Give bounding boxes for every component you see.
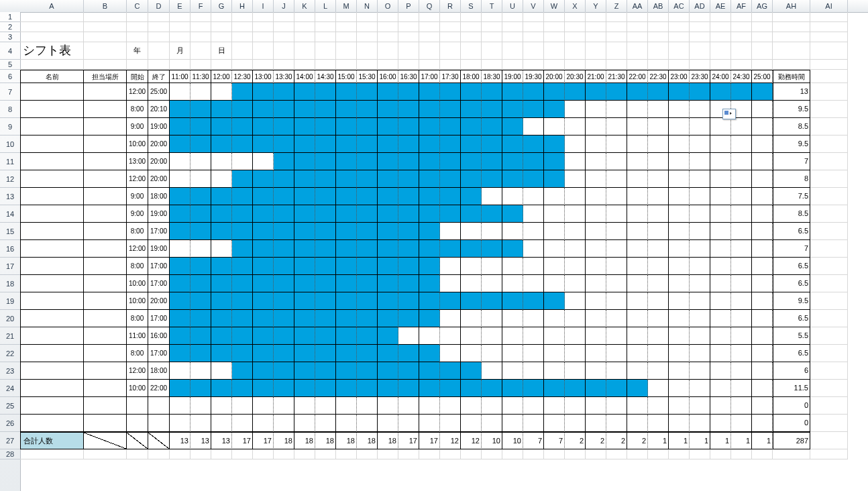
cell-AF14[interactable] xyxy=(731,205,752,223)
cell-V18[interactable] xyxy=(523,275,544,292)
cell-T22[interactable] xyxy=(482,345,502,362)
cell-D18[interactable]: 17:00 xyxy=(148,275,170,292)
cell-Q16[interactable] xyxy=(419,240,440,258)
cell-A20[interactable] xyxy=(20,310,84,327)
cell-O22[interactable] xyxy=(378,345,398,362)
cell-AE21[interactable] xyxy=(710,327,731,345)
cell-X8[interactable] xyxy=(565,101,586,118)
cell-AG28[interactable] xyxy=(752,449,773,459)
cell-H9[interactable] xyxy=(232,118,253,135)
cell-H1[interactable] xyxy=(232,12,253,22)
col-header-U[interactable]: U xyxy=(502,0,523,12)
cell-F21[interactable] xyxy=(191,327,211,345)
cell-B1[interactable] xyxy=(84,12,127,22)
cell-S26[interactable] xyxy=(461,415,482,432)
cell-F8[interactable] xyxy=(191,101,211,118)
cell-L24[interactable] xyxy=(315,380,336,397)
cell-AA4[interactable] xyxy=(627,42,648,60)
cell-AI17[interactable] xyxy=(810,258,848,275)
col-header-AF[interactable]: AF xyxy=(731,0,752,12)
cell-Y8[interactable] xyxy=(586,101,606,118)
cell-AF10[interactable] xyxy=(731,135,752,153)
cell-B13[interactable] xyxy=(84,188,127,205)
cell-AE20[interactable] xyxy=(710,310,731,327)
cell-D15[interactable]: 17:00 xyxy=(148,223,170,240)
cell-AH16[interactable]: 7 xyxy=(773,240,810,258)
cell-Q22[interactable] xyxy=(419,345,440,362)
cell-Z25[interactable] xyxy=(606,397,627,415)
cell-B23[interactable] xyxy=(84,362,127,380)
cell-J12[interactable] xyxy=(274,170,294,188)
cell-K24[interactable] xyxy=(294,380,315,397)
cell-Z1[interactable] xyxy=(606,12,627,22)
cell-Y20[interactable] xyxy=(586,310,606,327)
cell-V13[interactable] xyxy=(523,188,544,205)
cell-G28[interactable] xyxy=(211,449,232,459)
cell-U18[interactable] xyxy=(502,275,523,292)
cell-J21[interactable] xyxy=(274,327,294,345)
col-header-R[interactable]: R xyxy=(440,0,461,12)
cell-AE19[interactable] xyxy=(710,292,731,310)
cell-F9[interactable] xyxy=(191,118,211,135)
cell-K1[interactable] xyxy=(294,12,315,22)
cell-D25[interactable] xyxy=(148,397,170,415)
cell-V12[interactable] xyxy=(523,170,544,188)
cell-AI18[interactable] xyxy=(810,275,848,292)
cell-S13[interactable] xyxy=(461,188,482,205)
cell-U11[interactable] xyxy=(502,153,523,170)
cell-Y26[interactable] xyxy=(586,415,606,432)
cell-AA8[interactable] xyxy=(627,101,648,118)
cell-AH6[interactable]: 勤務時間 xyxy=(773,70,810,83)
cell-F15[interactable] xyxy=(191,223,211,240)
cell-T3[interactable] xyxy=(482,32,502,42)
cell-AG18[interactable] xyxy=(752,275,773,292)
cell-Z10[interactable] xyxy=(606,135,627,153)
cell-E6[interactable]: 11:00 xyxy=(170,70,191,83)
cell-R22[interactable] xyxy=(440,345,461,362)
cell-R6[interactable]: 17:30 xyxy=(440,70,461,83)
cell-B4[interactable] xyxy=(84,42,127,60)
cell-AG9[interactable] xyxy=(752,118,773,135)
cell-Y18[interactable] xyxy=(586,275,606,292)
cell-AH19[interactable]: 9.5 xyxy=(773,292,810,310)
cell-AB27[interactable]: 1 xyxy=(648,432,669,449)
cell-AG4[interactable] xyxy=(752,42,773,60)
cell-Q5[interactable] xyxy=(419,60,440,70)
cell-A25[interactable] xyxy=(20,397,84,415)
cell-AI27[interactable] xyxy=(810,432,848,449)
cell-J2[interactable] xyxy=(274,22,294,32)
cell-X20[interactable] xyxy=(565,310,586,327)
cell-V19[interactable] xyxy=(523,292,544,310)
cell-H17[interactable] xyxy=(232,258,253,275)
cell-W14[interactable] xyxy=(544,205,565,223)
cell-D1[interactable] xyxy=(148,12,170,22)
row-header-20[interactable]: 20 xyxy=(0,310,20,327)
cell-Z7[interactable] xyxy=(606,83,627,101)
cell-I12[interactable] xyxy=(253,170,274,188)
cell-F1[interactable] xyxy=(191,12,211,22)
cell-AG19[interactable] xyxy=(752,292,773,310)
cell-AH4[interactable] xyxy=(773,42,810,60)
cell-Q6[interactable]: 17:00 xyxy=(419,70,440,83)
cell-W3[interactable] xyxy=(544,32,565,42)
cell-L27[interactable]: 18 xyxy=(315,432,336,449)
cell-AH22[interactable]: 6.5 xyxy=(773,345,810,362)
cell-AB13[interactable] xyxy=(648,188,669,205)
cell-H24[interactable] xyxy=(232,380,253,397)
cell-AG22[interactable] xyxy=(752,345,773,362)
cell-E27[interactable]: 13 xyxy=(170,432,191,449)
cell-P18[interactable] xyxy=(398,275,419,292)
cell-G22[interactable] xyxy=(211,345,232,362)
cell-AH13[interactable]: 7.5 xyxy=(773,188,810,205)
cell-AB14[interactable] xyxy=(648,205,669,223)
cell-Y2[interactable] xyxy=(586,22,606,32)
cell-U19[interactable] xyxy=(502,292,523,310)
cell-K20[interactable] xyxy=(294,310,315,327)
cell-D27[interactable] xyxy=(148,432,170,449)
cell-AB24[interactable] xyxy=(648,380,669,397)
cell-E19[interactable] xyxy=(170,292,191,310)
cell-AF12[interactable] xyxy=(731,170,752,188)
cell-R28[interactable] xyxy=(440,449,461,459)
cell-T14[interactable] xyxy=(482,205,502,223)
cell-AD18[interactable] xyxy=(690,275,710,292)
